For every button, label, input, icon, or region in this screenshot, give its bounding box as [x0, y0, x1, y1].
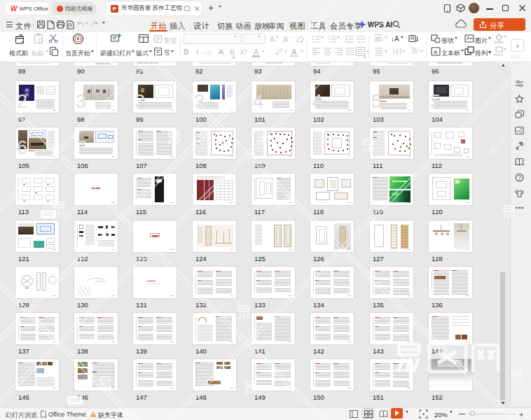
svg-text:A: A — [434, 49, 438, 55]
